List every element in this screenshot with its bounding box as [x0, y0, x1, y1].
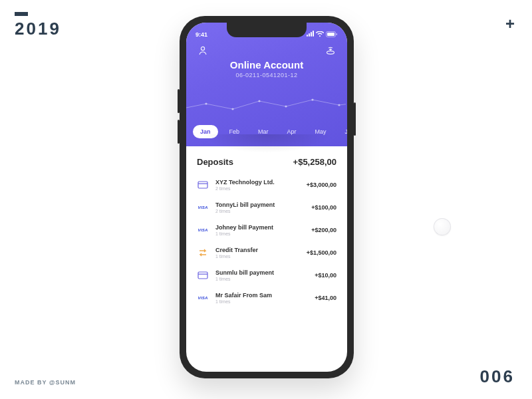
- settings-icon[interactable]: [325, 45, 336, 57]
- transaction-title: TonnyLi bill payment: [215, 201, 305, 208]
- card-icon: [197, 180, 209, 190]
- deposits-total: +$5,258,00: [293, 157, 336, 167]
- month-tabs: JanFebMarAprMayJu: [193, 125, 347, 138]
- svg-point-3: [201, 47, 204, 50]
- battery-icon: [326, 31, 338, 37]
- transaction-amount: +$100,00: [311, 204, 336, 211]
- phone-screen: 9:41: [186, 23, 347, 372]
- svg-rect-11: [198, 182, 207, 188]
- transaction-amount: +$1,500,00: [307, 249, 336, 256]
- transaction-row[interactable]: VISATonnyLi bill payment2 times+$100,00: [197, 196, 336, 219]
- card-icon: [197, 271, 209, 280]
- transaction-title: Credit Transfer: [215, 247, 300, 253]
- visa-icon: VISA: [197, 203, 209, 212]
- account-title: Online Account: [186, 59, 347, 70]
- transaction-amount: +$200,00: [311, 227, 336, 233]
- svg-point-6: [231, 108, 233, 110]
- visa-icon: VISA: [197, 293, 209, 303]
- deposits-section: Deposits +$5,258,00 XYZ Technology Ltd.2…: [186, 146, 347, 315]
- transaction-amount: +$3,000,00: [307, 182, 336, 188]
- svg-point-7: [258, 100, 260, 102]
- svg-rect-13: [198, 272, 207, 279]
- transaction-row[interactable]: VISAJohney bill Payment1 times+$200,00: [197, 219, 336, 241]
- profile-icon[interactable]: [197, 45, 209, 57]
- transaction-row[interactable]: VISAMr Safair From Sam1 times+$41,00: [197, 287, 336, 309]
- status-time: 9:41: [196, 31, 207, 38]
- svg-point-9: [311, 98, 313, 100]
- year-label: 2019: [15, 19, 61, 39]
- transaction-title: Sunmlu bill payment: [215, 269, 308, 276]
- transaction-subtitle: 2 times: [215, 209, 305, 213]
- month-tab-ju[interactable]: Ju: [338, 125, 347, 138]
- transaction-title: Johney bill Payment: [215, 224, 305, 231]
- signal-icon: [306, 31, 314, 38]
- svg-rect-2: [336, 33, 338, 35]
- account-number: 06-0211-0541201-12: [186, 72, 347, 78]
- svg-point-5: [205, 102, 207, 104]
- month-tab-feb[interactable]: Feb: [222, 125, 247, 138]
- month-tab-may[interactable]: May: [308, 125, 334, 138]
- month-tab-apr[interactable]: Apr: [280, 125, 304, 138]
- accent-bar: [15, 12, 28, 16]
- svg-point-4: [327, 51, 334, 55]
- decorative-circle: [434, 218, 451, 235]
- month-tab-jan[interactable]: Jan: [193, 125, 218, 138]
- transaction-title: Mr Safair From Sam: [215, 292, 308, 299]
- deposits-heading: Deposits: [197, 157, 233, 167]
- transaction-amount: +$41,00: [315, 295, 336, 301]
- transaction-subtitle: 2 times: [215, 186, 300, 191]
- transaction-title: XYZ Technology Ltd.: [215, 179, 300, 186]
- transaction-subtitle: 1 times: [215, 231, 305, 236]
- transaction-list: XYZ Technology Ltd.2 times+$3,000,00VISA…: [197, 174, 336, 309]
- wifi-icon: [316, 31, 324, 37]
- credit-label: MADE BY @SUNM: [15, 379, 76, 386]
- transaction-subtitle: 1 times: [215, 299, 308, 304]
- visa-icon: VISA: [197, 225, 209, 235]
- svg-point-10: [338, 104, 340, 106]
- account-header: 9:41: [186, 23, 347, 146]
- transaction-subtitle: 1 times: [215, 277, 308, 281]
- transaction-amount: +$10,00: [315, 272, 336, 279]
- page-number: 006: [480, 366, 515, 387]
- transfer-icon: [197, 248, 209, 257]
- transaction-row[interactable]: Sunmlu bill payment1 times+$10,00: [197, 264, 336, 287]
- sparkline-chart: [186, 94, 346, 114]
- month-tab-mar[interactable]: Mar: [251, 125, 276, 138]
- phone-frame: 9:41: [180, 16, 354, 378]
- transaction-row[interactable]: Credit Transfer1 times+$1,500,00: [197, 241, 336, 264]
- svg-rect-1: [327, 33, 334, 36]
- svg-point-8: [285, 105, 287, 107]
- transaction-row[interactable]: XYZ Technology Ltd.2 times+$3,000,00: [197, 174, 336, 196]
- transaction-subtitle: 1 times: [215, 254, 300, 259]
- plus-icon: +: [505, 15, 515, 33]
- phone-notch: [227, 23, 307, 37]
